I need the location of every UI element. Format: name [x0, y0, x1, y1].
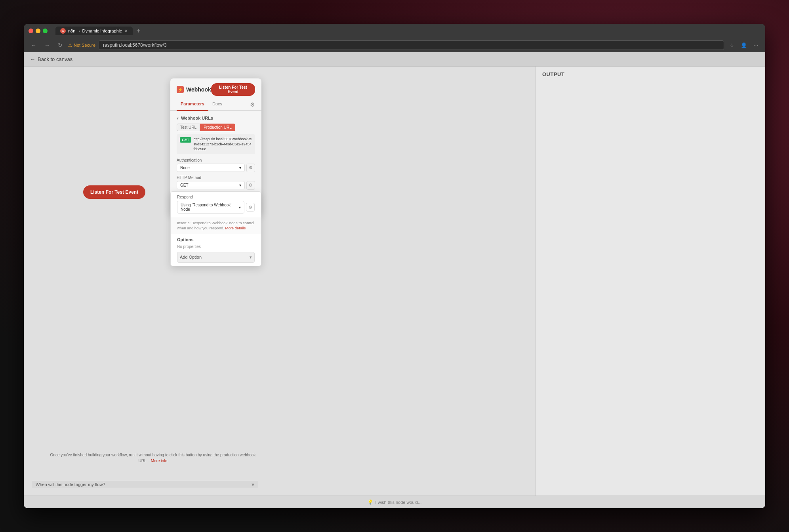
close-tab-btn[interactable]: ✕ — [124, 29, 128, 34]
maximize-window-btn[interactable] — [43, 29, 48, 33]
trigger-row: When will this node trigger my flow? ▾ — [32, 481, 258, 488]
security-badge: ⚠ Not Secure — [68, 43, 95, 48]
tab-docs[interactable]: Docs — [208, 99, 226, 111]
traffic-lights — [29, 29, 48, 33]
tab-bar: n n8n → Dynamic Infographic ✕ + — [55, 27, 143, 35]
http-method-select[interactable]: GET — [177, 181, 245, 189]
back-label: Back to canvas — [38, 56, 72, 62]
main-area: ⚡ Webhook Listen For Test Event Paramete… — [24, 67, 765, 496]
output-header: OUTPUT — [536, 67, 765, 82]
title-bar: n n8n → Dynamic Infographic ✕ + — [24, 24, 765, 38]
webhook-header: ⚡ Webhook Listen For Test Event — [170, 78, 261, 96]
no-properties-text: No properties — [177, 244, 255, 249]
address-bar[interactable]: rasputin.local:5678/workflow/3 — [99, 40, 724, 50]
webhook-url-text: http://rasputin.local:5678/webhook-test/… — [194, 137, 252, 152]
tab-title: n8n → Dynamic Infographic — [68, 29, 122, 33]
respond-dropdown: Respond Using 'Respond to Webhook' Node … — [170, 191, 261, 266]
listen-for-test-event-btn[interactable]: Listen For Test Event — [211, 83, 255, 96]
webhook-urls-section-header: ▾ Webhook URLs — [177, 116, 255, 120]
webhook-icon: ⚡ — [177, 86, 184, 93]
profile-btn[interactable]: 👤 — [739, 40, 749, 50]
auth-label: Authentication — [177, 158, 255, 162]
respond-label: Respond — [177, 195, 255, 199]
url-display: GET http://rasputin.local:5678/webhook-t… — [177, 134, 255, 154]
wish-text: I wish this node would... — [375, 500, 422, 505]
trigger-label: When will this node trigger my flow? — [36, 482, 105, 487]
browser-window: n n8n → Dynamic Infographic ✕ + ← → ↻ ⚠ … — [24, 24, 765, 508]
auth-value: None — [180, 166, 190, 170]
test-url-tab[interactable]: Test URL — [177, 124, 200, 131]
url-tabs: Test URL Production URL — [177, 124, 255, 131]
respond-gear-btn[interactable]: ⚙ — [246, 203, 255, 212]
respond-hint: Insert a 'Respond to Webhook' node to co… — [171, 217, 261, 234]
canvas-more-info-link[interactable]: More info — [151, 459, 168, 463]
minimize-window-btn[interactable] — [36, 29, 40, 33]
respond-more-details-link[interactable]: More details — [225, 226, 246, 230]
options-label: Options — [177, 237, 255, 242]
production-url-tab[interactable]: Production URL — [200, 124, 235, 131]
canvas-node[interactable]: Listen For Test Event — [83, 185, 145, 199]
http-method-value: GET — [180, 183, 189, 187]
options-section: Options No properties Add Option ▾ — [171, 234, 261, 266]
webhook-urls-label: Webhook URLs — [181, 116, 213, 120]
back-arrow-icon: ← — [30, 56, 35, 62]
tab-favicon: n — [60, 28, 66, 34]
trigger-expand-btn[interactable]: ▾ — [252, 481, 254, 488]
http-method-field: HTTP Method GET ⚙ — [177, 175, 255, 190]
webhook-title-text: Webhook — [186, 86, 211, 93]
security-label: Not Secure — [74, 43, 95, 48]
add-option-label: Add Option — [180, 255, 202, 259]
canvas-hint: Once you've finished building your workf… — [48, 452, 258, 464]
canvas-area: ⚡ Webhook Listen For Test Event Paramete… — [24, 67, 536, 496]
auth-field: Authentication None ⚙ — [177, 158, 255, 172]
forward-btn[interactable]: → — [42, 41, 52, 49]
settings-gear-btn[interactable]: ⚙ — [250, 99, 255, 110]
get-badge: GET — [180, 137, 191, 143]
webhook-title: ⚡ Webhook — [177, 86, 211, 93]
respond-chevron-icon — [239, 205, 241, 210]
wish-text-container: 💡 I wish this node would... — [368, 500, 422, 505]
bottom-bar: 💡 I wish this node would... — [24, 496, 765, 508]
nav-icons: ☆ 👤 ⋯ — [727, 40, 760, 50]
extensions-btn[interactable]: ⋯ — [751, 40, 760, 50]
add-option-btn[interactable]: Add Option ▾ — [177, 252, 255, 263]
http-method-label: HTTP Method — [177, 175, 255, 180]
add-option-chevron-icon: ▾ — [250, 255, 252, 260]
http-chevron-icon — [239, 183, 241, 187]
app-topbar: ← Back to canvas — [24, 52, 765, 67]
app-content: ← Back to canvas ⚡ Webhook Listen For Te… — [24, 52, 765, 508]
respond-value: Using 'Respond to Webhook' Node — [181, 203, 239, 212]
respond-field: Respond Using 'Respond to Webhook' Node … — [171, 192, 261, 217]
auth-gear-btn[interactable]: ⚙ — [246, 164, 255, 172]
new-tab-button[interactable]: + — [134, 27, 143, 34]
auth-select[interactable]: None — [177, 164, 245, 172]
refresh-btn[interactable]: ↻ — [55, 41, 65, 49]
respond-select-row: Using 'Respond to Webhook' Node ⚙ — [177, 201, 255, 214]
collapse-urls-btn[interactable]: ▾ — [177, 116, 179, 120]
back-to-canvas-link[interactable]: ← Back to canvas — [30, 56, 72, 62]
auth-chevron-icon — [239, 166, 241, 170]
webhook-tabs: Parameters Docs ⚙ — [170, 96, 261, 111]
tab-parameters[interactable]: Parameters — [177, 99, 208, 111]
http-select-row: GET ⚙ — [177, 181, 255, 190]
bulb-icon: 💡 — [368, 500, 373, 505]
respond-select[interactable]: Using 'Respond to Webhook' Node — [177, 201, 244, 214]
bookmark-btn[interactable]: ☆ — [727, 40, 737, 50]
auth-select-row: None ⚙ — [177, 164, 255, 172]
warning-icon: ⚠ — [68, 43, 72, 48]
active-tab[interactable]: n n8n → Dynamic Infographic ✕ — [55, 27, 133, 35]
nav-bar: ← → ↻ ⚠ Not Secure rasputin.local:5678/w… — [24, 38, 765, 52]
output-panel: OUTPUT — [536, 67, 765, 496]
http-gear-btn[interactable]: ⚙ — [246, 181, 255, 190]
close-window-btn[interactable] — [29, 29, 33, 33]
canvas-node-label: Listen For Test Event — [90, 189, 138, 195]
back-btn[interactable]: ← — [29, 41, 39, 49]
